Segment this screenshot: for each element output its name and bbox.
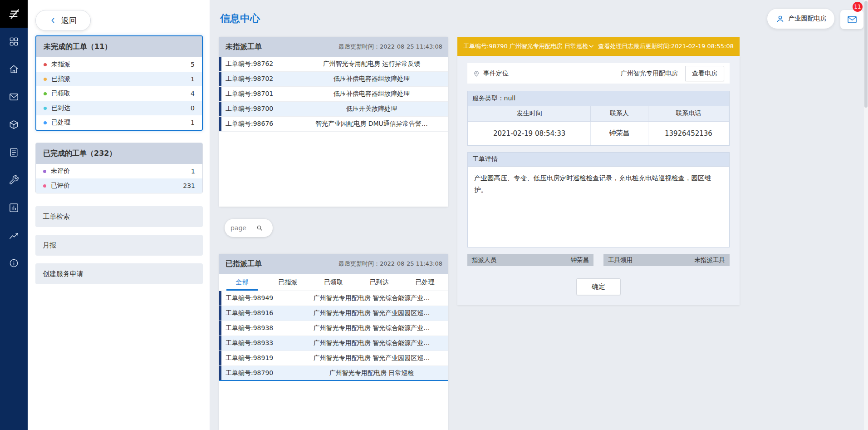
document-icon xyxy=(9,147,19,158)
work-order-desc: 低压补偿电容器组故障处理 xyxy=(295,90,448,98)
incomplete-orders-card[interactable]: 未完成的工单（11） 未指派 5 已指派 1 已领取 4 xyxy=(35,35,203,131)
work-order-row[interactable]: 工单编号:98701 低压补偿电容器组故障处理 xyxy=(219,87,448,102)
work-order-row[interactable]: 工单编号:98700 低压开关故障处理 xyxy=(219,102,448,117)
sidebar-item-analytics[interactable] xyxy=(0,222,28,249)
stat-row-processed[interactable]: 已处理 1 xyxy=(36,115,202,130)
stat-count: 5 xyxy=(191,61,195,68)
work-order-id: 工单编号:98919 xyxy=(219,354,295,362)
wrench-icon xyxy=(9,175,19,185)
view-log-link[interactable]: 查看处理日志 xyxy=(588,42,633,50)
unassigned-updated-time: 最后更新时间：2022-08-25 11:43:08 xyxy=(338,43,442,51)
stat-label: 已指派 xyxy=(51,75,70,83)
work-order-desc: 广州智光专用配电房 智光综合能源产业… xyxy=(295,339,448,347)
tab-all[interactable]: 全部 xyxy=(219,274,265,291)
status-dot xyxy=(43,170,46,173)
stat-label: 已评价 xyxy=(51,182,70,190)
sidebar-item-messages[interactable] xyxy=(0,83,28,111)
home-icon xyxy=(9,64,19,74)
sidebar-item-apps[interactable] xyxy=(0,28,28,55)
col-contact-person: 联系人 xyxy=(591,106,648,121)
work-order-desc: 低压开关故障处理 xyxy=(295,105,448,113)
menu-label: 创建服务申请 xyxy=(43,270,83,278)
sidebar-item-info[interactable] xyxy=(0,249,28,277)
work-order-id: 工单编号:98700 xyxy=(219,105,295,113)
work-order-id: 工单编号:98702 xyxy=(219,75,295,83)
completed-orders-title: 已完成的工单（232） xyxy=(36,143,202,164)
work-order-row[interactable]: 工单编号:98676 智光产业园配电房 DMU通信异常告警… xyxy=(219,117,448,132)
stat-label: 已处理 xyxy=(51,119,70,127)
work-order-desc: 低压补偿电容器组故障处理 xyxy=(295,75,448,83)
app-root: 返回 未完成的工单（11） 未指派 5 已指派 1 已领取 4 xyxy=(0,0,868,430)
stat-row-rated[interactable]: 已评价 231 xyxy=(36,178,202,193)
work-order-row[interactable]: 工单编号:98702 低压补偿电容器组故障处理 xyxy=(219,72,448,87)
assigned-orders-panel: 已指派工单 最后更新时间：2022-08-25 11:43:08 全部 已指派 … xyxy=(219,254,448,430)
assignee-value: 钟荣昌 xyxy=(571,256,589,264)
tab-arrived[interactable]: 已到达 xyxy=(356,274,402,291)
incomplete-orders-body: 未指派 5 已指派 1 已领取 4 已到达 0 xyxy=(36,57,202,130)
work-order-row-selected[interactable]: 工单编号:98790 广州智光专用配电房 日常巡检 xyxy=(219,366,448,381)
tab-label: 已到达 xyxy=(370,278,389,287)
sidebar-nav xyxy=(0,0,28,430)
package-icon xyxy=(9,119,19,130)
stat-row-unassigned[interactable]: 未指派 5 xyxy=(36,57,202,72)
sidebar-item-maintenance[interactable] xyxy=(0,166,28,194)
completed-orders-body: 未评价 1 已评价 231 xyxy=(36,164,202,193)
work-order-row[interactable]: 工单编号:98933 广州智光专用配电房 智光综合能源产业… xyxy=(219,336,448,351)
scrollbar-thumb[interactable] xyxy=(864,1,868,108)
tab-assigned[interactable]: 已指派 xyxy=(265,274,311,291)
status-dot xyxy=(44,92,47,95)
work-order-detail-panel: 工单编号:98790 广州智光专用配电房 日常巡检 查看处理日志 最后更新时间:… xyxy=(457,37,740,305)
assignee-bar[interactable]: 指派人员 钟荣昌 xyxy=(467,254,593,266)
stat-row-assigned[interactable]: 已指派 1 xyxy=(36,72,202,86)
stat-count: 1 xyxy=(191,168,195,175)
view-power-room-button[interactable]: 查看电房 xyxy=(685,66,724,81)
unassigned-panel-header: 未指派工单 最后更新时间：2022-08-25 11:43:08 xyxy=(219,37,448,57)
menu-item-monthly-report[interactable]: 月报 xyxy=(35,235,203,256)
confirm-button[interactable]: 确定 xyxy=(576,278,621,295)
tab-processed[interactable]: 已处理 xyxy=(402,274,448,291)
stat-row-claimed[interactable]: 已领取 4 xyxy=(36,86,202,101)
info-icon xyxy=(9,258,19,268)
col-occurrence-time: 发生时间 xyxy=(468,106,591,121)
current-user-label: 产业园配电房 xyxy=(789,15,827,23)
sidebar-item-reports[interactable] xyxy=(0,194,28,222)
work-order-row[interactable]: 工单编号:98762 广州智光专用配电房 运行异常反馈 xyxy=(219,57,448,72)
event-location-label: 事件定位 xyxy=(483,69,509,78)
stat-row-arrived[interactable]: 已到达 0 xyxy=(36,101,202,115)
event-location-row: 事件定位 广州智光专用配电房 查看电房 xyxy=(467,63,730,84)
detail-footer-bars: 指派人员 钟荣昌 工具领用 未指派工具 xyxy=(467,254,730,266)
current-user-button[interactable]: 产业园配电房 xyxy=(767,8,835,29)
location-pin-icon xyxy=(473,70,480,77)
view-log-label: 查看处理日志 xyxy=(598,42,633,50)
work-order-id: 工单编号:98676 xyxy=(219,120,295,128)
stat-count: 4 xyxy=(191,90,195,97)
stat-row-unrated[interactable]: 未评价 1 xyxy=(36,164,202,178)
completed-orders-card[interactable]: 已完成的工单（232） 未评价 1 已评价 231 xyxy=(35,143,203,193)
assignee-label: 指派人员 xyxy=(472,256,496,264)
work-order-row[interactable]: 工单编号:98919 广州智光专用配电房 智光产业园园区巡… xyxy=(219,351,448,366)
menu-item-order-search[interactable]: 工单检索 xyxy=(35,206,203,227)
work-order-row[interactable]: 工单编号:98916 广州智光专用配电房 智光产业园园区巡… xyxy=(219,306,448,321)
sidebar-item-home[interactable] xyxy=(0,55,28,83)
search-icon xyxy=(256,224,263,232)
back-label: 返回 xyxy=(61,15,77,26)
tab-claimed[interactable]: 已领取 xyxy=(311,274,357,291)
page-title: 信息中心 xyxy=(220,12,260,25)
status-dot xyxy=(44,63,47,66)
tools-label: 工具领用 xyxy=(608,256,633,264)
sidebar-item-documents[interactable] xyxy=(0,138,28,166)
sidebar-item-assets[interactable] xyxy=(0,111,28,138)
work-order-row[interactable]: 工单编号:98938 广州智光专用配电房 智光综合能源产业… xyxy=(219,321,448,336)
work-order-row[interactable]: 工单编号:98949 广州智光专用配电房 智光综合能源产业… xyxy=(219,291,448,306)
apps-grid-icon xyxy=(9,36,19,47)
contact-table: 发生时间 联系人 联系电话 2021-02-19 08:54:33 钟荣昌 13… xyxy=(468,106,729,145)
back-button[interactable]: 返回 xyxy=(35,10,91,31)
chevron-left-icon xyxy=(49,17,57,24)
work-order-id: 工单编号:98949 xyxy=(219,294,295,302)
page-search[interactable] xyxy=(225,219,273,237)
tools-bar[interactable]: 工具领用 未指派工具 xyxy=(603,254,730,266)
work-detail-content: 产业园高压、专变、低压电房定时巡检检查记录，充电桩充电站巡视检查，园区维护。 xyxy=(468,167,729,247)
notifications-mail-button[interactable] xyxy=(840,10,863,29)
page-search-input[interactable] xyxy=(230,224,253,232)
menu-item-create-service-request[interactable]: 创建服务申请 xyxy=(35,263,203,284)
